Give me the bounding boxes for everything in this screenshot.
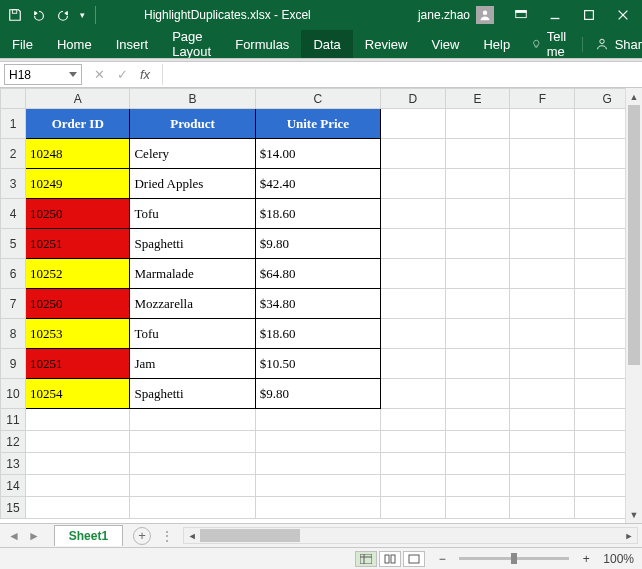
cell-E15[interactable] bbox=[445, 497, 510, 519]
cell-E6[interactable] bbox=[445, 259, 510, 289]
cell-B1[interactable]: Product bbox=[130, 109, 255, 139]
cell-A1[interactable]: Order ID bbox=[26, 109, 130, 139]
cancel-formula-icon[interactable]: ✕ bbox=[94, 67, 105, 82]
cell-A13[interactable] bbox=[26, 453, 130, 475]
cell-F9[interactable] bbox=[510, 349, 575, 379]
cell-A2[interactable]: 10248 bbox=[26, 139, 130, 169]
zoom-in-button[interactable]: + bbox=[579, 552, 593, 566]
row-header-9[interactable]: 9 bbox=[1, 349, 26, 379]
cell-E13[interactable] bbox=[445, 453, 510, 475]
cell-E14[interactable] bbox=[445, 475, 510, 497]
scroll-down-icon[interactable]: ▼ bbox=[626, 506, 642, 523]
cell-F2[interactable] bbox=[510, 139, 575, 169]
ribbon-tab-review[interactable]: Review bbox=[353, 30, 420, 58]
cell-F4[interactable] bbox=[510, 199, 575, 229]
cell-B10[interactable]: Spaghetti bbox=[130, 379, 255, 409]
cell-A7[interactable]: 10250 bbox=[26, 289, 130, 319]
cell-C6[interactable]: $64.80 bbox=[255, 259, 380, 289]
cell-D2[interactable] bbox=[381, 139, 446, 169]
redo-icon[interactable] bbox=[56, 8, 70, 23]
undo-icon[interactable] bbox=[32, 8, 46, 23]
cell-C3[interactable]: $42.40 bbox=[255, 169, 380, 199]
ribbon-tab-insert[interactable]: Insert bbox=[104, 30, 161, 58]
ribbon-tab-file[interactable]: File bbox=[0, 30, 45, 58]
cell-E1[interactable] bbox=[445, 109, 510, 139]
cell-D7[interactable] bbox=[381, 289, 446, 319]
cell-D13[interactable] bbox=[381, 453, 446, 475]
page-break-view-icon[interactable] bbox=[403, 551, 425, 567]
cell-C15[interactable] bbox=[255, 497, 380, 519]
cell-C11[interactable] bbox=[255, 409, 380, 431]
cell-A4[interactable]: 10250 bbox=[26, 199, 130, 229]
cell-E12[interactable] bbox=[445, 431, 510, 453]
cell-D4[interactable] bbox=[381, 199, 446, 229]
column-header-C[interactable]: C bbox=[255, 89, 380, 109]
scroll-up-icon[interactable]: ▲ bbox=[626, 88, 642, 105]
cell-C13[interactable] bbox=[255, 453, 380, 475]
cell-B11[interactable] bbox=[130, 409, 255, 431]
cell-A9[interactable]: 10251 bbox=[26, 349, 130, 379]
cell-C2[interactable]: $14.00 bbox=[255, 139, 380, 169]
cell-C12[interactable] bbox=[255, 431, 380, 453]
cell-D3[interactable] bbox=[381, 169, 446, 199]
tell-me-button[interactable]: Tell me bbox=[522, 29, 582, 59]
cell-F8[interactable] bbox=[510, 319, 575, 349]
hscroll-thumb[interactable] bbox=[200, 529, 300, 542]
worksheet-grid[interactable]: ABCDEFG1Order IDProductUnite Price210248… bbox=[0, 88, 642, 523]
cell-D8[interactable] bbox=[381, 319, 446, 349]
cell-E4[interactable] bbox=[445, 199, 510, 229]
cell-C7[interactable]: $34.80 bbox=[255, 289, 380, 319]
ribbon-options-icon[interactable] bbox=[514, 8, 528, 23]
qat-dropdown-icon[interactable]: ▾ bbox=[80, 10, 85, 20]
cell-A5[interactable]: 10251 bbox=[26, 229, 130, 259]
cell-B9[interactable]: Jam bbox=[130, 349, 255, 379]
cell-E10[interactable] bbox=[445, 379, 510, 409]
cell-A3[interactable]: 10249 bbox=[26, 169, 130, 199]
cell-F11[interactable] bbox=[510, 409, 575, 431]
cell-C10[interactable]: $9.80 bbox=[255, 379, 380, 409]
cell-F3[interactable] bbox=[510, 169, 575, 199]
cell-D15[interactable] bbox=[381, 497, 446, 519]
sheet-nav-prev-icon[interactable]: ◄ bbox=[8, 529, 20, 543]
cell-F14[interactable] bbox=[510, 475, 575, 497]
zoom-slider[interactable] bbox=[459, 557, 569, 560]
ribbon-tab-home[interactable]: Home bbox=[45, 30, 104, 58]
maximize-icon[interactable] bbox=[582, 8, 596, 23]
row-header-5[interactable]: 5 bbox=[1, 229, 26, 259]
cell-D9[interactable] bbox=[381, 349, 446, 379]
ribbon-tab-page-layout[interactable]: Page Layout bbox=[160, 30, 223, 58]
cell-E5[interactable] bbox=[445, 229, 510, 259]
cell-B6[interactable]: Marmalade bbox=[130, 259, 255, 289]
cell-E9[interactable] bbox=[445, 349, 510, 379]
cell-B13[interactable] bbox=[130, 453, 255, 475]
cell-F12[interactable] bbox=[510, 431, 575, 453]
column-header-A[interactable]: A bbox=[26, 89, 130, 109]
normal-view-icon[interactable] bbox=[355, 551, 377, 567]
cell-B5[interactable]: Spaghetti bbox=[130, 229, 255, 259]
cell-D1[interactable] bbox=[381, 109, 446, 139]
cell-A15[interactable] bbox=[26, 497, 130, 519]
cell-F15[interactable] bbox=[510, 497, 575, 519]
cell-A12[interactable] bbox=[26, 431, 130, 453]
cell-A11[interactable] bbox=[26, 409, 130, 431]
column-header-F[interactable]: F bbox=[510, 89, 575, 109]
cell-C4[interactable]: $18.60 bbox=[255, 199, 380, 229]
cell-D14[interactable] bbox=[381, 475, 446, 497]
cell-B2[interactable]: Celery bbox=[130, 139, 255, 169]
row-header-3[interactable]: 3 bbox=[1, 169, 26, 199]
cell-F1[interactable] bbox=[510, 109, 575, 139]
row-header-6[interactable]: 6 bbox=[1, 259, 26, 289]
row-header-2[interactable]: 2 bbox=[1, 139, 26, 169]
ribbon-tab-view[interactable]: View bbox=[419, 30, 471, 58]
cell-C14[interactable] bbox=[255, 475, 380, 497]
vscroll-thumb[interactable] bbox=[628, 105, 640, 365]
new-sheet-button[interactable]: + bbox=[133, 527, 151, 545]
row-header-10[interactable]: 10 bbox=[1, 379, 26, 409]
cell-A10[interactable]: 10254 bbox=[26, 379, 130, 409]
cell-E2[interactable] bbox=[445, 139, 510, 169]
ribbon-tab-formulas[interactable]: Formulas bbox=[223, 30, 301, 58]
column-header-B[interactable]: B bbox=[130, 89, 255, 109]
row-header-15[interactable]: 15 bbox=[1, 497, 26, 519]
formula-input[interactable] bbox=[162, 64, 624, 85]
sheet-tab-active[interactable]: Sheet1 bbox=[54, 525, 123, 546]
